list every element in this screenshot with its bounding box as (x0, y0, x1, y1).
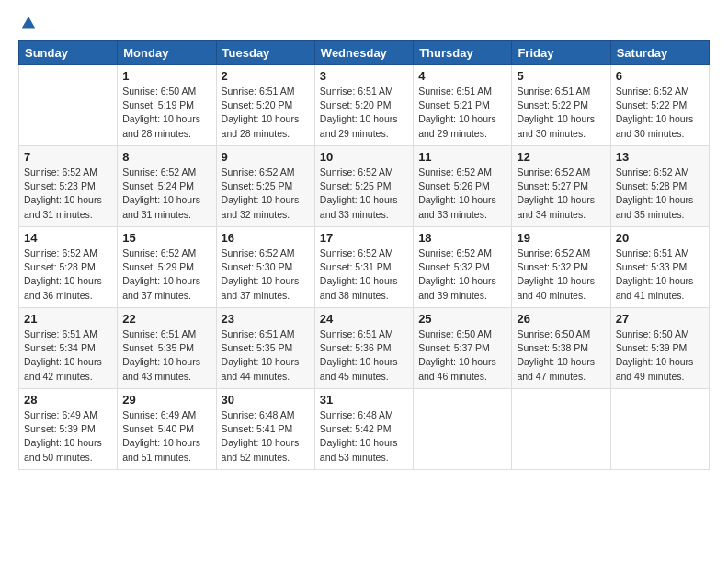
day-number: 31 (320, 393, 408, 407)
weekday-header-wednesday: Wednesday (314, 41, 413, 65)
calendar-cell (512, 389, 610, 470)
calendar-cell: 28Sunrise: 6:49 AM Sunset: 5:39 PM Dayli… (19, 389, 118, 470)
calendar-cell: 18Sunrise: 6:52 AM Sunset: 5:32 PM Dayli… (414, 227, 512, 308)
day-number: 16 (222, 231, 310, 245)
day-info: Sunrise: 6:52 AM Sunset: 5:30 PM Dayligh… (222, 247, 310, 303)
day-info: Sunrise: 6:52 AM Sunset: 5:31 PM Dayligh… (320, 247, 408, 303)
day-info: Sunrise: 6:52 AM Sunset: 5:26 PM Dayligh… (418, 166, 506, 222)
day-info: Sunrise: 6:48 AM Sunset: 5:42 PM Dayligh… (320, 408, 408, 465)
day-info: Sunrise: 6:52 AM Sunset: 5:22 PM Dayligh… (616, 85, 704, 141)
calendar-cell: 25Sunrise: 6:50 AM Sunset: 5:37 PM Dayli… (414, 308, 512, 389)
day-info: Sunrise: 6:52 AM Sunset: 5:24 PM Dayligh… (122, 166, 210, 222)
day-number: 27 (616, 312, 704, 326)
calendar-cell: 26Sunrise: 6:50 AM Sunset: 5:38 PM Dayli… (512, 308, 610, 389)
day-info: Sunrise: 6:51 AM Sunset: 5:20 PM Dayligh… (320, 85, 408, 141)
day-number: 2 (222, 69, 310, 83)
day-info: Sunrise: 6:49 AM Sunset: 5:40 PM Dayligh… (122, 408, 210, 465)
day-info: Sunrise: 6:52 AM Sunset: 5:28 PM Dayligh… (24, 247, 112, 303)
logo-icon (20, 15, 37, 31)
calendar-cell: 6Sunrise: 6:52 AM Sunset: 5:22 PM Daylig… (610, 65, 709, 146)
day-number: 11 (418, 150, 506, 164)
weekday-header-sunday: Sunday (19, 41, 118, 65)
calendar-cell: 15Sunrise: 6:52 AM Sunset: 5:29 PM Dayli… (118, 227, 216, 308)
day-info: Sunrise: 6:51 AM Sunset: 5:21 PM Dayligh… (418, 85, 506, 141)
day-number: 22 (122, 312, 210, 326)
day-number: 10 (320, 150, 408, 164)
calendar-cell: 24Sunrise: 6:51 AM Sunset: 5:36 PM Dayli… (314, 308, 413, 389)
calendar-cell (610, 389, 709, 470)
calendar-cell: 2Sunrise: 6:51 AM Sunset: 5:20 PM Daylig… (216, 65, 314, 146)
calendar-cell: 4Sunrise: 6:51 AM Sunset: 5:21 PM Daylig… (414, 65, 512, 146)
calendar-cell: 23Sunrise: 6:51 AM Sunset: 5:35 PM Dayli… (216, 308, 314, 389)
day-info: Sunrise: 6:50 AM Sunset: 5:38 PM Dayligh… (517, 327, 605, 384)
day-number: 9 (222, 150, 310, 164)
day-number: 15 (122, 231, 210, 245)
day-number: 29 (122, 393, 210, 407)
day-info: Sunrise: 6:52 AM Sunset: 5:29 PM Dayligh… (122, 247, 210, 303)
calendar-cell: 29Sunrise: 6:49 AM Sunset: 5:40 PM Dayli… (118, 389, 216, 470)
calendar-cell: 5Sunrise: 6:51 AM Sunset: 5:22 PM Daylig… (512, 65, 610, 146)
calendar-cell: 20Sunrise: 6:51 AM Sunset: 5:33 PM Dayli… (610, 227, 709, 308)
day-info: Sunrise: 6:52 AM Sunset: 5:23 PM Dayligh… (24, 166, 112, 222)
day-info: Sunrise: 6:51 AM Sunset: 5:34 PM Dayligh… (24, 327, 112, 384)
day-info: Sunrise: 6:50 AM Sunset: 5:19 PM Dayligh… (122, 85, 210, 141)
calendar-cell: 19Sunrise: 6:52 AM Sunset: 5:32 PM Dayli… (512, 227, 610, 308)
day-info: Sunrise: 6:50 AM Sunset: 5:39 PM Dayligh… (616, 327, 704, 384)
day-info: Sunrise: 6:48 AM Sunset: 5:41 PM Dayligh… (222, 408, 310, 465)
day-info: Sunrise: 6:52 AM Sunset: 5:32 PM Dayligh… (517, 247, 605, 303)
calendar-cell: 21Sunrise: 6:51 AM Sunset: 5:34 PM Dayli… (19, 308, 118, 389)
calendar-cell: 1Sunrise: 6:50 AM Sunset: 5:19 PM Daylig… (118, 65, 216, 146)
weekday-header-row: SundayMondayTuesdayWednesdayThursdayFrid… (19, 41, 710, 65)
weekday-header-thursday: Thursday (414, 41, 512, 65)
day-number: 13 (616, 150, 704, 164)
day-number: 3 (320, 69, 408, 83)
calendar-cell: 3Sunrise: 6:51 AM Sunset: 5:20 PM Daylig… (314, 65, 413, 146)
day-number: 5 (517, 69, 605, 83)
logo (18, 15, 37, 31)
day-info: Sunrise: 6:49 AM Sunset: 5:39 PM Dayligh… (24, 408, 112, 465)
day-info: Sunrise: 6:51 AM Sunset: 5:35 PM Dayligh… (122, 327, 210, 384)
calendar-cell: 12Sunrise: 6:52 AM Sunset: 5:27 PM Dayli… (512, 146, 610, 227)
calendar-cell: 8Sunrise: 6:52 AM Sunset: 5:24 PM Daylig… (118, 146, 216, 227)
week-row-5: 28Sunrise: 6:49 AM Sunset: 5:39 PM Dayli… (19, 389, 710, 470)
day-number: 1 (122, 69, 210, 83)
day-number: 6 (616, 69, 704, 83)
calendar-cell: 27Sunrise: 6:50 AM Sunset: 5:39 PM Dayli… (610, 308, 709, 389)
day-info: Sunrise: 6:51 AM Sunset: 5:20 PM Dayligh… (222, 85, 310, 141)
calendar-cell: 30Sunrise: 6:48 AM Sunset: 5:41 PM Dayli… (216, 389, 314, 470)
day-number: 30 (222, 393, 310, 407)
day-number: 4 (418, 69, 506, 83)
svg-marker-0 (22, 17, 35, 29)
week-row-3: 14Sunrise: 6:52 AM Sunset: 5:28 PM Dayli… (19, 227, 710, 308)
calendar-cell: 11Sunrise: 6:52 AM Sunset: 5:26 PM Dayli… (414, 146, 512, 227)
calendar-cell: 7Sunrise: 6:52 AM Sunset: 5:23 PM Daylig… (19, 146, 118, 227)
page: SundayMondayTuesdayWednesdayThursdayFrid… (0, 0, 728, 479)
day-number: 23 (222, 312, 310, 326)
day-number: 8 (122, 150, 210, 164)
weekday-header-tuesday: Tuesday (216, 41, 314, 65)
day-info: Sunrise: 6:51 AM Sunset: 5:33 PM Dayligh… (616, 247, 704, 303)
weekday-header-saturday: Saturday (610, 41, 709, 65)
day-info: Sunrise: 6:51 AM Sunset: 5:35 PM Dayligh… (222, 327, 310, 384)
calendar-cell: 13Sunrise: 6:52 AM Sunset: 5:28 PM Dayli… (610, 146, 709, 227)
calendar-cell: 9Sunrise: 6:52 AM Sunset: 5:25 PM Daylig… (216, 146, 314, 227)
day-info: Sunrise: 6:52 AM Sunset: 5:25 PM Dayligh… (320, 166, 408, 222)
calendar-cell: 16Sunrise: 6:52 AM Sunset: 5:30 PM Dayli… (216, 227, 314, 308)
day-number: 28 (24, 393, 112, 407)
calendar-cell: 17Sunrise: 6:52 AM Sunset: 5:31 PM Dayli… (314, 227, 413, 308)
weekday-header-monday: Monday (118, 41, 216, 65)
day-number: 12 (517, 150, 605, 164)
calendar-cell (19, 65, 118, 146)
week-row-2: 7Sunrise: 6:52 AM Sunset: 5:23 PM Daylig… (19, 146, 710, 227)
day-number: 14 (24, 231, 112, 245)
day-info: Sunrise: 6:52 AM Sunset: 5:27 PM Dayligh… (517, 166, 605, 222)
calendar-table: SundayMondayTuesdayWednesdayThursdayFrid… (18, 40, 710, 470)
day-info: Sunrise: 6:52 AM Sunset: 5:28 PM Dayligh… (616, 166, 704, 222)
day-number: 26 (517, 312, 605, 326)
day-info: Sunrise: 6:51 AM Sunset: 5:36 PM Dayligh… (320, 327, 408, 384)
calendar-cell: 14Sunrise: 6:52 AM Sunset: 5:28 PM Dayli… (19, 227, 118, 308)
calendar-cell (414, 389, 512, 470)
day-number: 20 (616, 231, 704, 245)
weekday-header-friday: Friday (512, 41, 610, 65)
day-number: 7 (24, 150, 112, 164)
